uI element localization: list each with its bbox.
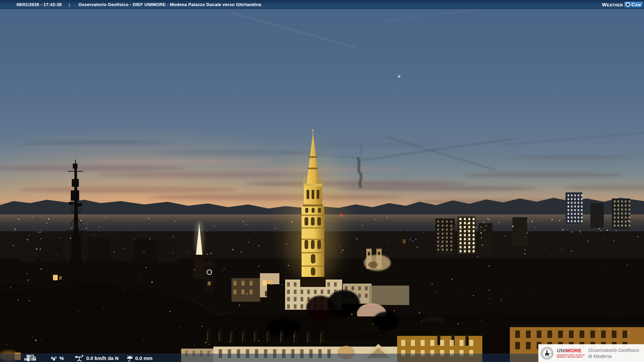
weathercam-cam-word: Cam [631,2,641,7]
wind-value: 0.0 km/h da N [86,355,119,361]
droplets-icon [50,355,57,361]
wind-vane-icon [74,355,84,362]
webcam-page: 08/01/2026 - 17:43:38 | Osservatorio Geo… [0,0,644,362]
umbrella-icon [126,355,133,362]
rain-value: 0.0 mm [135,355,153,361]
weathercam-logo[interactable]: Weather Cam [602,2,643,8]
humidity-readout: % [50,354,64,362]
observatory-name: Osservatorio Geofisico di Modena [588,347,639,359]
temperature-unit: C [33,355,36,361]
temperature-readout: C [26,354,36,362]
camera-title: Osservatorio Geofisico - DIEF UNIMORE - … [78,2,261,7]
rain-readout: 0.0 mm [126,354,153,362]
unimore-subtitle: UNIVERSITÀ DEGLI STUDI DI MODENA E REGGI… [557,354,585,358]
humidity-unit: % [59,355,64,361]
thermometer-icon [26,355,31,362]
timestamp: 08/01/2026 - 17:43:38 [16,2,62,7]
weathercam-word: Weather [602,2,623,7]
separator: | [69,2,70,7]
top-info-bar: 08/01/2026 - 17:43:38 | Osservatorio Geo… [0,0,644,9]
unimore-uni: UNI [557,348,566,353]
wind-readout: 0.0 km/h da N [74,354,119,362]
venus-star [397,75,401,78]
unimore-more: MORE [566,348,582,353]
unimore-seal-icon [540,346,554,360]
camera-lens-icon [625,2,630,7]
unimore-logo-box[interactable]: UNIMORE UNIVERSITÀ DEGLI STUDI DI MODENA… [538,344,644,362]
weathercam-badge: Cam [624,2,643,8]
webcam-photo [0,0,644,362]
unimore-wordmark: UNIMORE UNIVERSITÀ DEGLI STUDI DI MODENA… [557,348,585,358]
